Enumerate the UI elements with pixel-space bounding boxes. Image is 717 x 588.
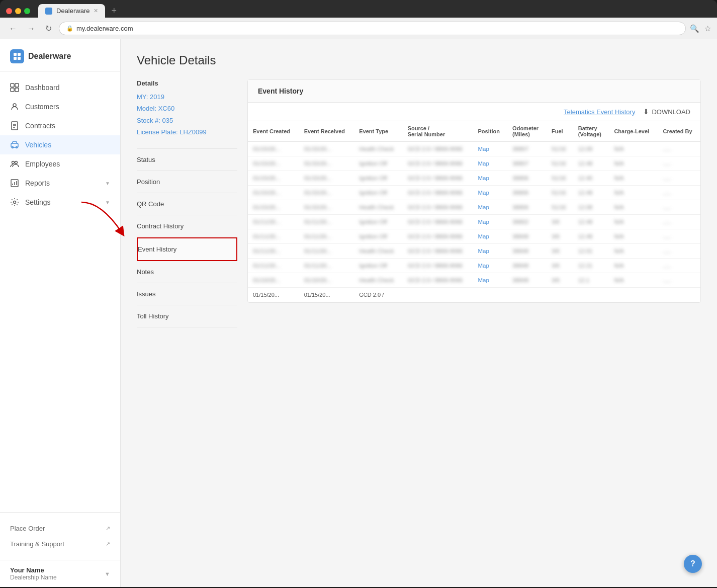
reports-icon [10,179,19,188]
browser-toolbar: ← → ↻ 🔒 my.dealerware.com 🔍 ☆ [0,18,717,39]
cell-created: 01/15/20... [248,186,299,200]
section-event-history[interactable]: Event History [137,237,237,261]
cell-created-by: ..... [658,259,700,273]
cell-fuel: 3/6 [547,273,573,288]
forward-button[interactable]: → [24,23,38,34]
svg-rect-5 [15,83,19,87]
cell-position[interactable]: Map [473,186,508,200]
section-qr-code[interactable]: QR Code [137,193,237,215]
table-row: 01/15/20... 01/15/20... Health Check GCD… [248,200,700,215]
customers-icon [10,102,19,111]
settings-chevron-icon: ▼ [105,200,110,205]
cell-charge: N/A [609,186,658,200]
cell-received: 01/15/20... [299,142,354,156]
sidebar-item-employees[interactable]: Employees [0,154,120,174]
sidebar-item-customers-label: Customers [25,103,59,111]
cell-created-by: ..... [658,215,700,229]
details-stock[interactable]: Stock #: 035 [137,115,237,126]
cell-source: GCD 2.0 / 8868-9066 [403,273,473,288]
cell-received: 01/11/20... [299,244,354,259]
telematics-event-history-link[interactable]: Telematics Event History [564,108,635,116]
address-bar[interactable]: 🔒 my.dealerware.com [59,22,686,35]
sidebar-logo: Dealerware [0,39,120,72]
cell-type: Ignition Off [354,186,402,200]
cell-created-by: ..... [658,171,700,186]
browser-tab-active[interactable]: Dealerware ✕ [38,4,105,18]
cell-position[interactable]: Map [473,259,508,273]
table-row: 01/11/20... 01/11/20... Health Check GCD… [248,244,700,259]
sidebar-item-contracts-label: Contracts [25,122,55,130]
table-row: 01/15/20... 01/15/20... GCD 2.0 / [248,288,700,302]
search-icon[interactable]: 🔍 [690,24,699,33]
svg-rect-2 [14,57,17,60]
cell-position[interactable]: Map [473,229,508,244]
sidebar-item-settings[interactable]: Settings ▼ [0,193,120,212]
cell-position[interactable]: Map [473,156,508,171]
event-history-wrapper: Event History [137,237,237,261]
section-notes[interactable]: Notes [137,261,237,283]
maximize-traffic-light[interactable] [24,8,30,14]
sidebar-item-contracts[interactable]: Contracts [0,116,120,135]
vehicles-icon [10,140,19,149]
cell-fuel: 51/16 [547,186,573,200]
cell-created-by: ..... [658,273,700,288]
browser-tabs: Dealerware ✕ + [6,4,711,18]
reload-button[interactable]: ↻ [42,23,55,34]
section-contract-history[interactable]: Contract History [137,215,237,237]
svg-rect-1 [18,53,21,56]
dealership-name: Dealership Name [10,574,57,581]
section-position[interactable]: Position [137,171,237,193]
cell-position[interactable]: Map [473,215,508,229]
cell-created-by: ..... [658,200,700,215]
toolbar-icons: 🔍 ☆ [690,24,711,33]
cell-received: 01/15/20... [299,156,354,171]
section-status[interactable]: Status [137,148,237,171]
training-support-link[interactable]: Training & Support ↗ [0,536,120,552]
sidebar-item-dashboard[interactable]: Dashboard [0,78,120,97]
cell-source: GCD 2.0 / 8868-9066 [403,244,473,259]
details-model[interactable]: Model: XC60 [137,103,237,114]
cell-position[interactable]: Map [473,244,508,259]
download-button[interactable]: ⬇ DOWNLOAD [643,108,690,116]
cell-odometer: 38806 [507,171,547,186]
tab-close-button[interactable]: ✕ [94,8,98,14]
sidebar-item-reports[interactable]: Reports ▼ [0,174,120,193]
cell-position[interactable]: Map [473,171,508,186]
cell-charge: N/A [609,273,658,288]
details-plate[interactable]: License Plate: LHZ0099 [137,126,237,138]
section-issues[interactable]: Issues [137,283,237,305]
section-toll-history[interactable]: Toll History [137,305,237,327]
close-traffic-light[interactable] [6,8,12,14]
back-button[interactable]: ← [6,23,20,34]
details-my[interactable]: MY: 2019 [137,91,237,103]
cell-odometer: 38807 [507,156,547,171]
cell-created: 01/15/20... [248,200,299,215]
cell-position[interactable]: Map [473,200,508,215]
cell-position[interactable]: Map [473,142,508,156]
place-order-link[interactable]: Place Order ↗ [0,521,120,536]
new-tab-button[interactable]: + [107,6,121,16]
cell-received: 01/11/20... [299,229,354,244]
cell-created-by: ..... [658,186,700,200]
sidebar-item-customers[interactable]: Customers [0,97,120,116]
cell-charge [609,288,658,302]
place-order-label: Place Order [10,525,45,532]
minimize-traffic-light[interactable] [15,8,21,14]
user-section[interactable]: Your Name Dealership Name ▼ [0,560,120,587]
cell-battery: 12.48 [573,229,609,244]
url-text: my.dealerware.com [76,25,133,32]
cell-odometer: 38802 [507,215,547,229]
cell-type: Ignition Off [354,156,402,171]
cell-received: 01/15/20... [299,200,354,215]
cell-position[interactable]: Map [473,273,508,288]
sidebar-item-vehicles[interactable]: Vehicles [0,135,120,154]
dashboard-icon [10,83,19,92]
cell-created: 01/11/20... [248,244,299,259]
cell-received: 01/15/20... [299,171,354,186]
col-created-by: Created By [658,121,700,142]
bookmark-icon[interactable]: ☆ [704,24,711,33]
sidebar: Dealerware Dashboard [0,39,121,587]
cell-charge: N/A [609,200,658,215]
cell-battery: 12.40 [573,171,609,186]
help-button[interactable]: ? [684,555,702,573]
